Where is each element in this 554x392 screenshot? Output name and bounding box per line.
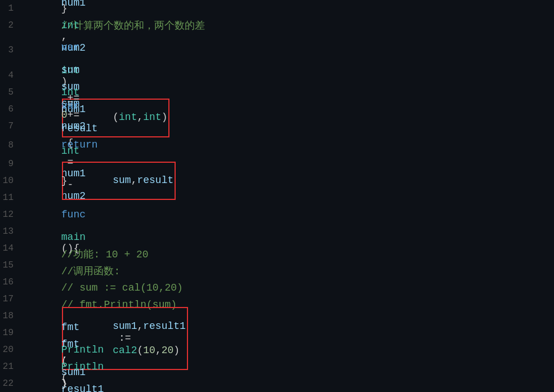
code-editor: 1 } 2 //计算两个数的和，两个数的差 3 func cal2 ( num1… [0,0,554,392]
keyword-var2: var [61,100,79,112]
line-number: 22 [0,378,23,389]
line-number: 2 [0,20,23,30]
line-number: 14 [0,243,23,253]
line-number: 9 [0,159,23,169]
line-number: 11 [0,193,23,203]
line-number: 4 [0,70,23,81]
line-number: 17 [0,294,23,304]
line-number: 1 [0,3,23,14]
code-line-22: 22 } [0,375,554,392]
line-number: 10 [0,176,23,186]
keyword-var: var [61,42,79,53]
line-number: 19 [0,328,23,338]
keyword-return: return [61,139,98,150]
keyword-func2: func [61,209,86,220]
line-number: 5 [0,87,23,97]
line-number: 6 [0,104,23,114]
line-number: 12 [0,210,23,220]
line-number: 13 [0,226,23,237]
param-num1: num1 [61,0,86,8]
line-number: 18 [0,311,23,321]
line-number: 8 [0,140,23,150]
line-number: 16 [0,277,23,287]
line-number: 7 [0,121,23,131]
line-number: 20 [0,345,23,355]
line-number: 3 [0,45,23,55]
line-content: } [23,367,554,392]
pkg-fmt2: fmt [61,338,79,350]
line-number: 15 [0,260,23,270]
code-line-10: 10 } [0,172,554,189]
line-number: 21 [0,362,23,372]
